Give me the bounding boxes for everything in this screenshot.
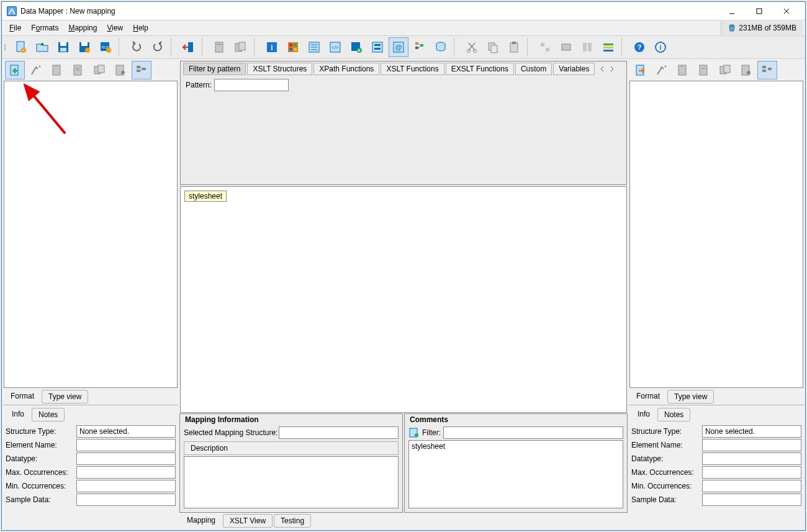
menu-view[interactable]: View xyxy=(102,22,128,34)
left-tab-typeview[interactable]: Type view xyxy=(42,390,88,404)
svg-text:i: i xyxy=(271,43,273,52)
info-button[interactable]: i xyxy=(262,37,282,57)
close-button[interactable] xyxy=(773,2,800,20)
right-tool6[interactable] xyxy=(736,61,756,79)
redo-button[interactable] xyxy=(148,37,168,57)
export-xls-button[interactable]: XLS xyxy=(96,37,115,57)
tool-doc1-button[interactable] xyxy=(210,37,230,57)
tree-button[interactable] xyxy=(410,37,430,57)
save-as-button[interactable] xyxy=(74,37,94,57)
right-tab-format[interactable]: Format xyxy=(630,390,666,404)
left-input-element-name[interactable] xyxy=(76,439,176,451)
comment-list[interactable]: stylesheet xyxy=(408,440,623,508)
comment-item[interactable]: stylesheet xyxy=(412,442,620,451)
right-tool7[interactable] xyxy=(757,61,777,79)
save-play-button[interactable] xyxy=(346,37,366,57)
db-button[interactable] xyxy=(431,37,451,57)
filter-input[interactable] xyxy=(443,426,623,439)
left-info-tab[interactable]: Info xyxy=(6,408,30,422)
about-button[interactable]: i xyxy=(651,37,670,57)
tab-testing[interactable]: Testing xyxy=(274,514,311,528)
open-file-button[interactable] xyxy=(32,37,52,57)
right-input-sample[interactable] xyxy=(702,494,801,506)
tab-xslt-functions[interactable]: XSLT Functions xyxy=(381,63,444,75)
tab-filter-pattern[interactable]: Filter by pattern xyxy=(183,63,246,75)
list-button[interactable] xyxy=(304,37,324,57)
tab-scroll-left[interactable] xyxy=(597,64,607,74)
save-button[interactable] xyxy=(53,37,73,57)
right-label-element-name: Element Name: xyxy=(631,441,700,449)
right-input-max-occ[interactable] xyxy=(702,466,801,479)
copy-button[interactable] xyxy=(483,37,503,57)
exit-button[interactable] xyxy=(179,37,199,57)
tool-extra2[interactable] xyxy=(556,37,576,57)
left-input-structure-type[interactable] xyxy=(76,425,176,438)
input-tree[interactable] xyxy=(4,81,178,388)
tab-custom[interactable]: Custom xyxy=(515,63,552,75)
left-tool6[interactable] xyxy=(110,61,130,79)
tab-mapping[interactable]: Mapping xyxy=(181,514,222,528)
output-tree[interactable] xyxy=(629,81,803,388)
pattern-input[interactable] xyxy=(214,79,289,91)
svg-rect-78 xyxy=(142,68,146,70)
svg-rect-40 xyxy=(374,48,381,50)
menu-formats[interactable]: Formats xyxy=(26,22,63,34)
paste-button[interactable] xyxy=(504,37,524,57)
right-tool5[interactable] xyxy=(715,61,735,79)
new-file-button[interactable]: + xyxy=(11,37,31,57)
tab-exslt-functions[interactable]: EXSLT Functions xyxy=(446,63,514,75)
maximize-button[interactable] xyxy=(746,2,773,20)
left-tab-format[interactable]: Format xyxy=(4,390,40,404)
svg-rect-53 xyxy=(510,43,518,52)
tab-xslt-view[interactable]: XSLT View xyxy=(223,514,273,528)
tool-extra1[interactable] xyxy=(535,37,555,57)
right-tool3[interactable] xyxy=(673,61,693,79)
right-input-min-occ[interactable] xyxy=(702,480,801,492)
add-input-button[interactable] xyxy=(5,61,25,79)
tab-xslt-structures[interactable]: XSLT Structures xyxy=(247,63,312,75)
tab-xpath-functions[interactable]: XPath Functions xyxy=(313,63,379,75)
minimize-button[interactable] xyxy=(718,2,746,20)
grid-button[interactable] xyxy=(283,37,303,57)
sel-mapping-input[interactable] xyxy=(279,426,399,439)
tab-variables[interactable]: Variables xyxy=(553,63,595,75)
left-notes-tab[interactable]: Notes xyxy=(32,408,65,422)
right-info-tab[interactable]: Info xyxy=(631,408,656,422)
menu-help[interactable]: Help xyxy=(128,22,153,34)
left-input-max-occ[interactable] xyxy=(76,466,176,479)
right-input-structure-type[interactable] xyxy=(702,425,801,438)
description-box[interactable] xyxy=(184,456,399,508)
tool-extra3[interactable] xyxy=(577,37,597,57)
left-input-sample[interactable] xyxy=(76,494,176,506)
left-tool2[interactable] xyxy=(26,61,46,79)
stylesheet-node[interactable]: stylesheet xyxy=(184,191,227,202)
svg-rect-62 xyxy=(603,50,613,52)
left-tool5[interactable] xyxy=(89,61,109,79)
tool-doc2-button[interactable] xyxy=(231,37,251,57)
right-input-datatype[interactable] xyxy=(702,453,801,465)
menu-file[interactable]: File xyxy=(4,22,26,34)
left-input-min-occ[interactable] xyxy=(76,480,176,492)
description-tab[interactable]: Description xyxy=(184,441,399,455)
right-notes-tab[interactable]: Notes xyxy=(657,408,690,422)
code-button[interactable]: </> xyxy=(325,37,345,57)
left-tool3[interactable] xyxy=(47,61,67,79)
right-tab-typeview[interactable]: Type view xyxy=(667,390,714,404)
at-button[interactable]: @ xyxy=(389,37,408,57)
right-tool2[interactable] xyxy=(652,61,672,79)
cut-button[interactable] xyxy=(462,37,482,57)
left-tool4[interactable] xyxy=(68,61,88,79)
left-tool7[interactable] xyxy=(132,61,151,79)
right-tool4[interactable] xyxy=(694,61,714,79)
right-input-element-name[interactable] xyxy=(702,439,801,451)
schema-button[interactable] xyxy=(367,37,387,57)
left-input-datatype[interactable] xyxy=(76,453,176,465)
tool-extra4[interactable] xyxy=(598,37,618,57)
help-button[interactable]: ? xyxy=(629,37,649,57)
mapping-canvas[interactable]: stylesheet xyxy=(180,186,627,413)
add-output-button[interactable] xyxy=(631,61,651,79)
undo-button[interactable] xyxy=(127,37,147,57)
tab-scroll-right[interactable] xyxy=(607,64,617,74)
memory-status[interactable]: 231MB of 359MB xyxy=(721,21,803,35)
menu-mapping[interactable]: Mapping xyxy=(63,22,102,34)
